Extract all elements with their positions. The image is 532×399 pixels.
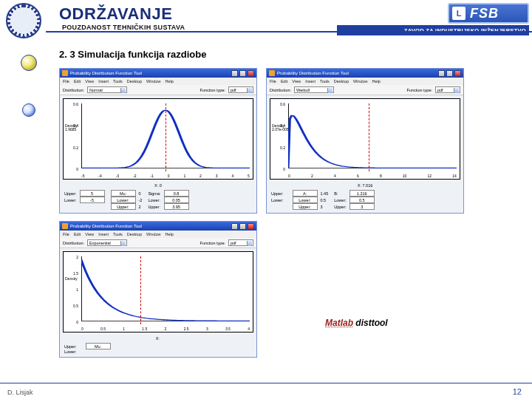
param-input[interactable]: Upper:	[111, 203, 136, 210]
minimize-button[interactable]	[438, 70, 445, 77]
menu-item[interactable]: Help	[166, 232, 174, 236]
param-input[interactable]: 3	[349, 203, 375, 210]
close-button[interactable]	[454, 70, 461, 77]
page-title: ODRŽAVANJE	[59, 4, 172, 24]
menu-item[interactable]: Edit	[281, 79, 287, 83]
x-value-input[interactable]: 0	[160, 183, 162, 188]
param-label: 0	[137, 190, 144, 197]
menu-item[interactable]: Tools	[113, 79, 123, 83]
distribution-dropdown[interactable]: Exponential	[87, 239, 127, 246]
menubar: FileEditViewInsertToolsDesktopWindowHelp	[267, 78, 463, 85]
window-title: Probability Distribution Function Tool	[277, 71, 437, 75]
menu-item[interactable]: Tools	[113, 232, 123, 236]
param-label: Upper:	[63, 190, 78, 197]
menu-item[interactable]: Desktop	[334, 79, 349, 83]
distribution-dropdown[interactable]: Weibull	[294, 86, 334, 93]
param-label: Lower:	[270, 197, 285, 203]
param-input[interactable]: 5	[80, 190, 105, 197]
menu-item[interactable]: Edit	[74, 232, 81, 236]
menu-item[interactable]: View	[85, 232, 94, 236]
param-input[interactable]: 1.216	[349, 190, 375, 197]
menu-item[interactable]: Help	[372, 79, 381, 83]
page-subtitle: POUZDANOST TEHNIČKIH SUSTAVA	[62, 24, 185, 31]
caption-matlab: Matlab	[325, 318, 353, 328]
marker-line[interactable]	[166, 103, 166, 171]
toolbar: Distribution:NormalFunction type:pdf	[60, 85, 256, 95]
param-input[interactable]: Mu:	[86, 343, 111, 349]
menu-item[interactable]: File	[270, 79, 276, 83]
parameter-grid: Upper:A:1.45B:1.216Lower:Lower:0.5Lower:…	[267, 188, 463, 213]
y-ticks: 21.510.50	[71, 255, 78, 324]
caption-tool: disttool	[353, 318, 388, 328]
menu-item[interactable]: Window	[353, 79, 368, 83]
param-label	[115, 349, 118, 354]
minimize-button[interactable]	[231, 70, 238, 77]
chart-canvas	[288, 103, 457, 171]
param-label	[63, 203, 78, 210]
param-input[interactable]: 0.5	[349, 197, 375, 203]
menu-item[interactable]: Window	[146, 79, 161, 83]
param-input[interactable]: Lower:	[293, 197, 318, 203]
menu-item[interactable]: Window	[146, 232, 161, 236]
param-label: Upper:	[63, 343, 78, 349]
matlab-window: Probability Distribution Function ToolFi…	[266, 68, 464, 214]
x-value-row: X: 0	[60, 183, 256, 188]
menubar: FileEditViewInsertToolsDesktopWindowHelp	[60, 231, 256, 238]
matlab-window: Probability Distribution Function ToolFi…	[59, 221, 257, 358]
menu-item[interactable]: View	[292, 79, 301, 83]
menu-item[interactable]: Desktop	[127, 79, 142, 83]
param-input[interactable]: 3.95	[164, 203, 189, 210]
menu-item[interactable]: Help	[166, 79, 174, 83]
footer: D. Lisjak 12	[0, 383, 532, 399]
param-label	[78, 203, 106, 210]
menu-item[interactable]: View	[85, 79, 94, 83]
menu-item[interactable]: File	[63, 79, 69, 83]
x-ticks: -5-4-3-2-1012345	[81, 174, 250, 178]
close-button[interactable]	[248, 223, 254, 230]
param-label: Upper:	[270, 190, 285, 197]
maximize-button[interactable]	[239, 70, 246, 77]
minimize-button[interactable]	[231, 223, 238, 230]
menu-item[interactable]: File	[63, 232, 69, 236]
marker-line[interactable]	[369, 103, 369, 171]
menu-item[interactable]: Desktop	[127, 232, 142, 236]
distribution-dropdown[interactable]: Normal	[87, 86, 127, 93]
x-value-input[interactable]: 7.016	[362, 183, 372, 188]
param-label: Lower:	[332, 197, 348, 203]
param-input[interactable]: 0.8	[164, 190, 189, 197]
app-icon	[269, 70, 275, 76]
param-input[interactable]: 0.05	[164, 197, 189, 203]
close-button[interactable]	[248, 70, 254, 77]
chevron-down-icon	[120, 241, 126, 246]
function-type-dropdown[interactable]: pdf	[435, 86, 460, 93]
window-titlebar: Probability Distribution Function Tool	[60, 69, 256, 78]
maximize-button[interactable]	[446, 70, 453, 77]
marker-line[interactable]	[140, 256, 141, 324]
chevron-down-icon	[120, 88, 126, 93]
menu-item[interactable]: Insert	[305, 79, 316, 83]
x-ticks: 00.511.522.533.54	[81, 327, 250, 331]
param-label: Upper:	[332, 203, 348, 210]
function-type-dropdown[interactable]: pdf	[228, 239, 253, 246]
function-type-dropdown[interactable]: pdf	[228, 86, 253, 93]
caption: Matlab disttool	[325, 318, 388, 328]
bullet-icon	[21, 55, 37, 71]
param-input[interactable]: -5	[80, 197, 105, 203]
chevron-down-icon	[247, 88, 252, 93]
university-seal	[6, 3, 41, 38]
menu-item[interactable]: Insert	[98, 79, 109, 83]
param-label: 0.5	[319, 197, 330, 203]
menu-item[interactable]: Insert	[98, 232, 109, 236]
param-label: Sigma:	[146, 190, 162, 197]
dist-label: Distribution:	[63, 88, 84, 92]
menu-item[interactable]: Tools	[320, 79, 330, 83]
param-input[interactable]: A:	[293, 190, 318, 197]
param-input[interactable]: Mu:	[111, 190, 136, 197]
chevron-down-icon	[327, 88, 332, 93]
maximize-button[interactable]	[239, 223, 246, 230]
param-input[interactable]: Lower:	[111, 197, 136, 203]
func-label: Function type:	[200, 88, 225, 92]
param-input[interactable]: Upper:	[293, 203, 318, 210]
chart-canvas	[81, 256, 250, 324]
menu-item[interactable]: Edit	[74, 79, 81, 83]
